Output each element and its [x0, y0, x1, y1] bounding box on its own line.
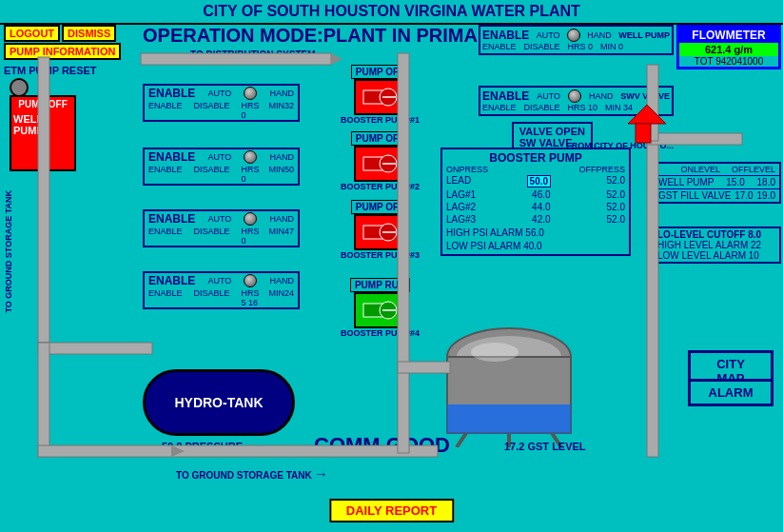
- booster-lag3-val2: 52.0: [607, 214, 625, 225]
- ep4-hrs: HRS 5 16: [242, 288, 265, 307]
- booster-low-psi: LOW PSI ALARM 40.0: [446, 240, 625, 252]
- ep2-auto-hand-row: ENABLE AUTO HAND: [145, 149, 298, 165]
- swv-valve-label: SWV VALVE: [620, 91, 670, 101]
- swv-min: MIN 34: [605, 103, 633, 112]
- wp-min: MIN 0: [600, 42, 623, 51]
- bp3-name: BOOSTER PUMP#3: [341, 250, 420, 260]
- ep1-enable[interactable]: ENABLE: [148, 101, 183, 120]
- swv-knob[interactable]: [568, 89, 581, 103]
- booster-lag2-val1: 44.0: [532, 202, 550, 212]
- booster-lead-label: LEAD: [446, 175, 471, 187]
- svg-rect-15: [447, 404, 571, 433]
- booster-lag2-val2: 52.0: [607, 202, 625, 212]
- wp-knob[interactable]: [567, 29, 580, 42]
- flowmeter-title: FLOWMETER: [679, 28, 778, 43]
- etm-reset-button[interactable]: [10, 78, 29, 97]
- well-pump-label: WELL PUMP: [13, 113, 72, 136]
- logout-dismiss-row: LOGOUT DISMISS: [4, 25, 121, 42]
- flowmeter-value: 621.4 g/m: [679, 43, 778, 56]
- gst-tank-svg: [438, 319, 580, 447]
- booster-pump-2: PUMP OFF BOOSTER PUMP#2: [341, 131, 420, 191]
- dismiss-button[interactable]: DISMISS: [62, 25, 116, 42]
- operation-mode-label: OPERATION MODE:PLANT IN PRIMARY: [143, 25, 503, 47]
- bp4-body: [354, 292, 406, 328]
- ep3-enable[interactable]: ENABLE: [148, 227, 183, 246]
- ep3-disable[interactable]: DISABLE: [194, 227, 230, 246]
- svg-rect-23: [38, 343, 152, 354]
- wp-enable-row: ENABLE AUTO HAND WELL PUMP: [482, 29, 670, 42]
- booster-row-lag1: LAG#1 46.0 52.0: [446, 188, 625, 201]
- ep4-auto-label: AUTO: [207, 276, 231, 286]
- wp-enable-text[interactable]: ENABLE: [482, 42, 517, 51]
- lo-cutoff-panel: LO-LEVEL CUTOFF 8.0 HIGH LEVEL ALARM 22 …: [653, 227, 781, 264]
- swv-enable-text[interactable]: ENABLE: [482, 103, 517, 112]
- ep4-enable[interactable]: ENABLE: [148, 288, 183, 307]
- wp-auto-label: AUTO: [537, 30, 560, 40]
- logout-button[interactable]: LOGOUT: [4, 25, 60, 42]
- booster-col1: ONPRESS: [446, 165, 488, 174]
- ep3-hand-label: HAND: [269, 214, 294, 224]
- level-panel-header: ONLEVEL OFFLEVEL: [655, 164, 779, 176]
- level-panel: ONLEVEL OFFLEVEL WELL PUMP 15.0 18.0 GST…: [653, 162, 781, 204]
- ep3-knob[interactable]: [244, 212, 257, 226]
- pump-information-button[interactable]: PUMP INFORMATION: [4, 43, 121, 60]
- booster-panel: BOOSTER PUMP ONPRESS OFFPRESS LEAD 50.0 …: [440, 148, 631, 256]
- low-alarm: LOW LEVEL ALARM 10: [657, 250, 776, 261]
- level-header-off: OFFLEVEL: [732, 165, 775, 174]
- booster-high-psi: HIGH PSI ALARM 56.0: [446, 226, 625, 240]
- level-gst-label: GST FILL VALVE: [658, 190, 731, 201]
- ep1-enable-disable: ENABLE DISABLE HRS 0 MIN32: [145, 101, 298, 120]
- wp-well-pump-label: WELL PUMP: [618, 30, 670, 40]
- ep2-enable-label: ENABLE: [148, 150, 195, 164]
- ep4-enable-label: ENABLE: [148, 274, 195, 287]
- ep3-enable-label: ENABLE: [148, 212, 195, 226]
- hydro-pressure-label: 50.8 PRESSURE: [162, 441, 243, 452]
- hydro-tank-label: HYDRO-TANK: [174, 395, 263, 410]
- ep2-disable[interactable]: DISABLE: [194, 165, 230, 184]
- gst-tank: [438, 319, 580, 447]
- level-gst-on: 17.0: [734, 190, 753, 201]
- swv-enable-label: ENABLE: [482, 89, 529, 103]
- bp1-status: PUMP OFF: [351, 65, 409, 79]
- well-pump-enable-panel: ENABLE AUTO HAND WELL PUMP ENABLE DISABL…: [479, 25, 674, 55]
- svg-line-17: [457, 433, 466, 447]
- wp-hrs: HRS 0: [568, 42, 594, 51]
- ep2-hrs: HRS 0: [242, 165, 265, 184]
- daily-report-button[interactable]: DAILY REPORT: [329, 499, 454, 522]
- flowmeter-tot: TOT 942041000: [679, 56, 778, 67]
- ep4-knob[interactable]: [244, 274, 257, 287]
- top-button-group: LOGOUT DISMISS PUMP INFORMATION: [4, 25, 121, 60]
- svg-rect-33: [636, 124, 651, 143]
- ep1-auto-label: AUTO: [207, 89, 231, 98]
- ep1-knob[interactable]: [244, 87, 257, 100]
- ep4-hand-label: HAND: [269, 276, 294, 286]
- ep2-min: MIN50: [268, 165, 294, 184]
- ep1-hrs: HRS 0: [242, 101, 265, 120]
- gst-level-label: 17.2 GST LEVEL: [504, 441, 586, 452]
- ep4-disable[interactable]: DISABLE: [194, 288, 230, 307]
- bp3-pump-icon: [362, 218, 400, 246]
- alarm-button[interactable]: ALARM: [688, 379, 773, 406]
- level-well-on: 15.0: [726, 177, 744, 187]
- bp1-pump-icon: [362, 83, 400, 111]
- valve-open-label: VALVE OPEN: [519, 126, 585, 137]
- bp2-pump-icon: [362, 149, 400, 178]
- ep1-disable[interactable]: DISABLE: [194, 101, 230, 120]
- wp-disable-text[interactable]: DISABLE: [524, 42, 560, 51]
- swv-disable-text[interactable]: DISABLE: [524, 103, 560, 112]
- ep2-knob[interactable]: [244, 150, 257, 164]
- bp1-name: BOOSTER PUMP#1: [341, 115, 420, 125]
- ep2-enable-disable: ENABLE DISABLE HRS 0 MIN50: [145, 165, 298, 184]
- enable-panel-3: ENABLE AUTO HAND ENABLE DISABLE HRS 0 MI…: [143, 209, 300, 247]
- well-pump-box: PUMP OFF WELL PUMP: [10, 95, 76, 171]
- booster-lag3-val1: 42.0: [532, 214, 550, 225]
- bp3-body: [354, 214, 406, 250]
- swv-hand-label: HAND: [589, 91, 614, 101]
- ep3-auto-hand-row: ENABLE AUTO HAND: [145, 211, 298, 227]
- ep2-enable[interactable]: ENABLE: [148, 165, 183, 184]
- ep2-auto-label: AUTO: [207, 152, 231, 162]
- well-pump-status: PUMP OFF: [18, 99, 67, 109]
- ground-storage-bottom-label: TO GROUND STORAGE TANK →: [176, 466, 328, 482]
- booster-panel-title: BOOSTER PUMP: [446, 151, 625, 165]
- bp2-body: [354, 146, 406, 182]
